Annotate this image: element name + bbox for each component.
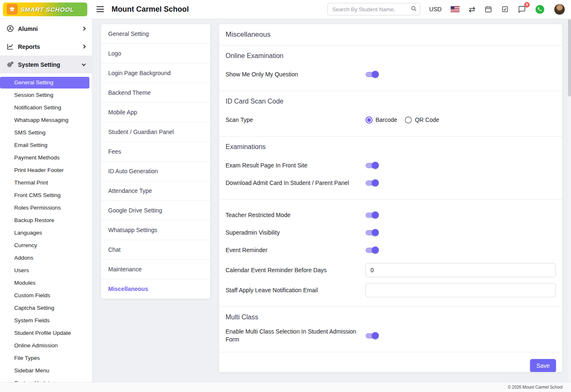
currency-selector[interactable]: USD: [429, 6, 442, 13]
toggle-knob: [372, 229, 379, 236]
sidebar-item-label: Alumni: [18, 25, 78, 32]
settings-tab[interactable]: Maintenance: [101, 260, 210, 279]
sidebar-subitem[interactable]: Print Header Footer: [0, 164, 89, 176]
setting-label: Superadmin Visibility: [226, 229, 365, 237]
section-heading: Multi Class: [226, 314, 556, 321]
settings-tab[interactable]: ID Auto Generation: [101, 162, 210, 181]
settings-tab[interactable]: Logo: [101, 44, 210, 63]
sidebar-subitem[interactable]: Captcha Setting: [0, 302, 89, 314]
sidebar-subitem[interactable]: Addons: [0, 252, 89, 264]
page-footer: © 2026 Mount Carmel School: [0, 382, 571, 392]
system-setting-submenu: General SettingSession SettingNotificati…: [0, 73, 92, 382]
show-me-only-my-question-toggle[interactable]: [365, 72, 378, 77]
sidebar-subitem[interactable]: Users: [0, 265, 89, 276]
scan-type-radio-group: Barcode QR Code: [365, 116, 556, 124]
sidebar: Alumni Reports System: [0, 19, 92, 382]
sidebar-subitem[interactable]: Email Setting: [0, 139, 89, 151]
save-button[interactable]: Save: [530, 359, 556, 372]
avatar[interactable]: [554, 4, 565, 15]
alumni-icon: [7, 25, 14, 32]
sidebar-subitem[interactable]: Sidebar Menu: [0, 365, 89, 377]
calendar-event-reminder-input[interactable]: [365, 263, 556, 277]
sidebar-subitem[interactable]: Thermal Print: [0, 177, 89, 189]
qr-code-radio[interactable]: QR Code: [405, 116, 439, 124]
setting-label: Event Reminder: [226, 246, 365, 254]
sidebar-subitem[interactable]: Front CMS Setting: [0, 190, 89, 201]
settings-tab[interactable]: Fees: [101, 142, 210, 162]
sidebar-subitem[interactable]: Notification Setting: [0, 102, 89, 114]
toggle-knob: [372, 212, 379, 219]
sidebar-item-system-setting[interactable]: System Setting: [0, 56, 92, 73]
sidebar-subitem[interactable]: Backup Restore: [0, 215, 89, 226]
settings-tab[interactable]: Mobile App: [101, 103, 210, 122]
setting-label: Show Me Only My Question: [226, 71, 365, 78]
setting-row: Staff Apply Leave Notification Email: [226, 281, 556, 299]
barcode-radio[interactable]: Barcode: [365, 116, 397, 124]
sidebar-subitem[interactable]: General Setting: [0, 77, 89, 89]
radio-dot: [365, 116, 373, 124]
toggle-knob: [372, 247, 379, 254]
settings-tab[interactable]: Google Drive Setting: [101, 201, 210, 220]
search-input[interactable]: [327, 3, 420, 15]
tasks-icon[interactable]: [501, 5, 509, 13]
setting-label: Calendar Event Reminder Before Days: [226, 266, 365, 274]
exchange-icon[interactable]: ⇄: [469, 5, 475, 13]
sidebar-subitem[interactable]: System Fields: [0, 315, 89, 326]
panel-title: Miscellaneous: [219, 24, 562, 46]
top-header: SMART SCHOOL Mount Carmel School USD ⇄: [0, 0, 571, 19]
settings-tab[interactable]: Whatsapp Settings: [101, 220, 210, 240]
settings-tab[interactable]: Login Page Background: [101, 63, 210, 83]
toggle-knob: [372, 180, 379, 187]
sidebar-item-alumni[interactable]: Alumni: [0, 20, 92, 38]
setting-toggle[interactable]: [365, 163, 378, 168]
miscellaneous-panel: Miscellaneous Online Examination Show Me…: [219, 24, 563, 372]
scrollbar-thumb[interactable]: [568, 19, 571, 96]
language-flag-icon[interactable]: [451, 6, 459, 12]
settings-tab[interactable]: Backend Theme: [101, 83, 210, 103]
sidebar-subitem[interactable]: Roles Permissions: [0, 202, 89, 214]
sidebar-subitem[interactable]: Student Profile Update: [0, 327, 89, 339]
sidebar-subitem[interactable]: Payment Methods: [0, 152, 89, 164]
sidebar-subitem[interactable]: File Types: [0, 352, 89, 364]
settings-tab[interactable]: General Setting: [101, 24, 210, 44]
page-title: Mount Carmel School: [112, 5, 189, 14]
sidebar-toggle-button[interactable]: [96, 6, 104, 12]
setting-toggle[interactable]: [365, 180, 378, 186]
sidebar-subitem[interactable]: Session Setting: [0, 89, 89, 101]
setting-toggle[interactable]: [365, 212, 378, 218]
staff-apply-leave-email-input[interactable]: [365, 283, 556, 297]
chat-icon[interactable]: 0: [518, 5, 526, 13]
settings-tab[interactable]: Miscellaneous: [101, 279, 210, 298]
sidebar-item-reports[interactable]: Reports: [0, 38, 92, 56]
setting-row: Exam Result Page In Front Site: [226, 157, 556, 174]
radio-dot: [405, 116, 412, 124]
sidebar-subitem[interactable]: Online Admission: [0, 340, 89, 352]
content-area: General SettingLogoLogin Page Background…: [92, 19, 571, 382]
sidebar-subitem[interactable]: Custom Fields: [0, 290, 89, 301]
search-icon[interactable]: [411, 5, 417, 12]
multi-class-toggle[interactable]: [365, 333, 378, 339]
settings-tab[interactable]: Attendance Type: [101, 181, 210, 201]
sidebar-subitem[interactable]: Whatsapp Messaging: [0, 114, 89, 126]
calendar-icon[interactable]: [485, 5, 492, 13]
setting-toggle[interactable]: [365, 248, 378, 253]
sidebar-item-label: System Setting: [18, 61, 78, 68]
sidebar-subitem[interactable]: Modules: [0, 277, 89, 289]
whatsapp-icon[interactable]: [535, 5, 545, 14]
section-heading: Online Examination: [226, 52, 556, 60]
settings-tab[interactable]: Student / Guardian Panel: [101, 122, 210, 142]
setting-row: Teacher Restricted Mode: [226, 206, 556, 224]
sidebar-subitem[interactable]: Languages: [0, 227, 89, 239]
chat-badge: 0: [524, 2, 530, 8]
sidebar-subitem[interactable]: System Update: [0, 377, 89, 382]
setting-toggle[interactable]: [365, 230, 378, 235]
sidebar-subitem[interactable]: Currency: [0, 240, 89, 251]
brand-logo[interactable]: SMART SCHOOL: [3, 3, 87, 16]
sidebar-subitem[interactable]: SMS Setting: [0, 127, 89, 139]
chevron-down-icon: [82, 62, 86, 66]
chevron-right-icon: [82, 27, 86, 31]
scrollbar[interactable]: [568, 19, 571, 382]
settings-tab[interactable]: Chat: [101, 240, 210, 260]
sidebar-item-label: Reports: [18, 43, 78, 50]
brand-text: SMART SCHOOL: [20, 6, 74, 13]
